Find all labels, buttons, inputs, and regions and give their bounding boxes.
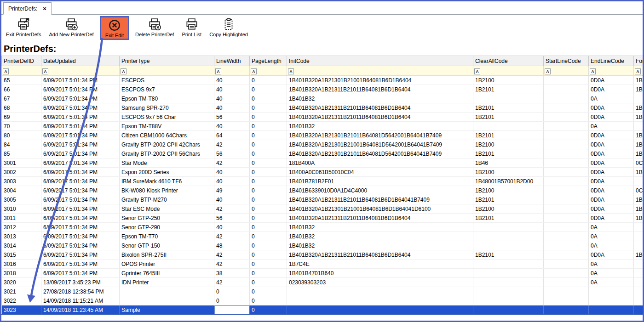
table-row[interactable]: 302127/08/2018 12:38:54 PM00: [2, 287, 643, 296]
cell-formfeed[interactable]: [634, 260, 643, 269]
cell-dateupdated[interactable]: 6/09/2017 5:01:34 PM: [41, 269, 120, 278]
cell-initcode[interactable]: 1B401B781B2F01: [287, 177, 473, 186]
cell-linewidth[interactable]: 0: [214, 296, 250, 305]
cell-endlinecode[interactable]: 0A: [589, 278, 634, 287]
cell-formfeed[interactable]: [634, 241, 643, 250]
column-header-formfeed[interactable]: For: [634, 56, 643, 66]
cell-clearallcode[interactable]: [473, 278, 544, 287]
table-row[interactable]: 666/09/2017 5:01:34 PMESCPOS 9x74001B401…: [2, 85, 643, 94]
cell-initcode[interactable]: 1B401B32: [287, 232, 473, 241]
filter-button-icon[interactable]: A: [251, 68, 257, 74]
cell-endlinecode[interactable]: 0D0A: [589, 85, 634, 94]
cell-printerdefid[interactable]: 3021: [2, 287, 41, 296]
cell-clearallcode[interactable]: [473, 241, 544, 250]
filter-button-icon[interactable]: A: [42, 68, 48, 74]
selected-row[interactable]: 302314/09/2018 11:23:45 AMSample0: [2, 305, 643, 315]
filter-button-icon[interactable]: A: [215, 68, 221, 74]
cell-printertype[interactable]: Senor GTP-250: [120, 214, 214, 223]
filter-button-icon[interactable]: A: [635, 68, 641, 74]
cell-linewidth[interactable]: 42: [214, 250, 250, 260]
cell-startlinecode[interactable]: [544, 241, 589, 250]
cell-linewidth[interactable]: 40: [214, 94, 250, 103]
cell-endlinecode[interactable]: [589, 296, 634, 305]
cell-printerdefid[interactable]: 3020: [2, 278, 41, 287]
cell-dateupdated[interactable]: 6/09/2017 5:01:34 PM: [41, 168, 120, 177]
cell-pagelength[interactable]: 0: [250, 168, 287, 177]
cell-dateupdated[interactable]: 6/09/2017 5:01:34 PM: [41, 204, 120, 214]
cell-initcode[interactable]: 1B401B320A1B21301B21001B64081B6D1B6404: [287, 76, 473, 85]
cell-dateupdated[interactable]: 6/09/2017 5:01:34 PM: [41, 241, 120, 250]
cell-linewidth[interactable]: 42: [214, 278, 250, 287]
column-header-printertype[interactable]: PrinterType: [120, 56, 214, 66]
cell-printertype[interactable]: Gravity BTP-M270: [120, 195, 214, 204]
cell-startlinecode[interactable]: [544, 177, 589, 186]
cell-startlinecode[interactable]: [544, 250, 589, 260]
cell-linewidth[interactable]: 40: [214, 177, 250, 186]
cell-clearallcode[interactable]: 1B2100: [473, 168, 544, 177]
filter-button-icon[interactable]: A: [474, 68, 480, 74]
cell-initcode[interactable]: 1B401B320A1B21311B21011B64081B6D1B6404: [287, 85, 473, 94]
cell-pagelength[interactable]: 0: [250, 269, 287, 278]
cell-printertype[interactable]: Star Mode: [120, 158, 214, 168]
cell-formfeed[interactable]: [634, 94, 643, 103]
copy-highlighted-button[interactable]: Copy Highlighted: [207, 16, 250, 38]
cell-linewidth[interactable]: 40: [214, 223, 250, 232]
cell-formfeed[interactable]: [634, 269, 643, 278]
cell-printerdefid[interactable]: 3001: [2, 158, 41, 168]
cell-printerdefid[interactable]: 3015: [2, 250, 41, 260]
cell-clearallcode[interactable]: [473, 296, 544, 305]
table-row[interactable]: 30046/09/2017 5:01:34 PMBK-W080 Kiosk Pr…: [2, 186, 643, 195]
cell-endlinecode[interactable]: 0D0A: [589, 195, 634, 204]
table-row[interactable]: 302214/09/2018 11:15:21 AM00: [2, 296, 643, 305]
cell-endlinecode[interactable]: 0D0A: [589, 177, 634, 186]
cell-printerdefid[interactable]: 65: [2, 76, 41, 85]
cell-printertype[interactable]: Epson TM-T70: [120, 232, 214, 241]
cell-pagelength[interactable]: 0: [250, 232, 287, 241]
filter-cell-clearallcode[interactable]: A: [473, 66, 544, 76]
cell-printerdefid[interactable]: 3018: [2, 269, 41, 278]
cell-printerdefid[interactable]: 3014: [2, 241, 41, 250]
cell-linewidth[interactable]: 42: [214, 232, 250, 241]
cell-initcode[interactable]: 023039303203: [287, 278, 473, 287]
cell-startlinecode[interactable]: [544, 195, 589, 204]
cell-clearallcode[interactable]: 1B2100: [473, 186, 544, 195]
cell-printertype[interactable]: Bixolon SPR-275II: [120, 250, 214, 260]
cell-clearallcode[interactable]: 1B2101: [473, 195, 544, 204]
cell-clearallcode[interactable]: [473, 94, 544, 103]
table-row[interactable]: 856/09/2017 5:01:34 PMGravity BTP-2002 C…: [2, 149, 643, 158]
cell-initcode[interactable]: 1B401B320A1B21301B21001B64081D5642001B64…: [287, 140, 473, 149]
cell-endlinecode[interactable]: 0A: [589, 94, 634, 103]
cell-printertype[interactable]: ESCPOS 9x7: [120, 85, 214, 94]
cell-clearallcode[interactable]: 1B2101: [473, 131, 544, 140]
cell-formfeed[interactable]: 1B5: [634, 149, 643, 158]
cell-endlinecode[interactable]: 0D0A: [589, 186, 634, 195]
cell-initcode[interactable]: 1B401B320A1B21301B21011B64081D5642001B64…: [287, 131, 473, 140]
cell-linewidth[interactable]: 48: [214, 241, 250, 250]
table-row[interactable]: 30126/09/2017 5:01:34 PMSenor GTP-290400…: [2, 223, 643, 232]
cell-linewidth[interactable]: 40: [214, 85, 250, 94]
cell-linewidth[interactable]: 40: [214, 103, 250, 113]
cell-printerdefid[interactable]: 3002: [2, 168, 41, 177]
cell-printertype[interactable]: [120, 296, 214, 305]
cell-endlinecode[interactable]: 0A: [589, 269, 634, 278]
cell-linewidth[interactable]: 42: [214, 158, 250, 168]
cell-formfeed[interactable]: [634, 177, 643, 186]
cell-dateupdated[interactable]: 6/09/2017 5:01:34 PM: [41, 113, 120, 122]
cell-startlinecode[interactable]: [544, 158, 589, 168]
cell-endlinecode[interactable]: 0D0A: [589, 103, 634, 113]
cell-printertype[interactable]: BK-W080 Kiosk Printer: [120, 186, 214, 195]
cell-linewidth[interactable]: 0: [214, 287, 250, 296]
cell-dateupdated[interactable]: 27/08/2018 12:38:54 PM: [41, 287, 120, 296]
cell-initcode[interactable]: 1B7C4E: [287, 260, 473, 269]
column-header-endlinecode[interactable]: EndLineCode: [589, 56, 634, 66]
cell-clearallcode[interactable]: [473, 223, 544, 232]
cell-initcode[interactable]: 1B401B4701B640: [287, 269, 473, 278]
cell-printerdefid[interactable]: 3016: [2, 260, 41, 269]
cell-initcode[interactable]: [287, 296, 473, 305]
delete-printerdef-button[interactable]: Delete PrinterDef: [133, 16, 176, 38]
table-row[interactable]: 676/09/2017 5:01:34 PMEpson TM-T804001B4…: [2, 94, 643, 103]
column-header-initcode[interactable]: InitCode: [287, 56, 473, 66]
cell-initcode[interactable]: 1B401B32: [287, 241, 473, 250]
table-row[interactable]: 30026/09/2017 5:01:34 PMEspon 200D Serie…: [2, 168, 643, 177]
cell-initcode[interactable]: 1B401B32: [287, 223, 473, 232]
